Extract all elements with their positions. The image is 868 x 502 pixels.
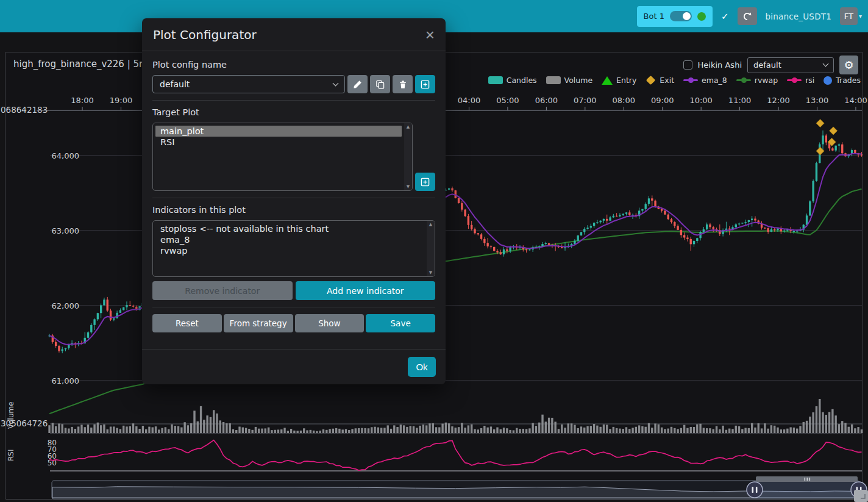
modal-header: Plot Configurator × bbox=[142, 18, 446, 51]
exit-swatch-icon bbox=[646, 76, 656, 85]
ok-button[interactable]: Ok bbox=[408, 357, 436, 377]
modal-body: Plot config name default bbox=[142, 51, 446, 349]
chart-pair-title: high_frog_binance_v226 | 5m bbox=[13, 59, 148, 70]
legend-label: Trades bbox=[836, 76, 861, 85]
avatar[interactable]: FT bbox=[840, 7, 858, 25]
legend-item-Candles[interactable]: Candles bbox=[488, 76, 537, 85]
rvwap-swatch-icon bbox=[736, 79, 751, 81]
list-item[interactable]: RSI bbox=[155, 137, 402, 148]
pencil-icon bbox=[353, 80, 362, 89]
bot-name: Bot 1 bbox=[644, 12, 664, 21]
config-name-row: default bbox=[152, 75, 435, 93]
target-plot-row: main_plot RSI ▲ ▼ bbox=[152, 123, 435, 191]
legend-label: Entry bbox=[616, 76, 636, 85]
plot-settings-button[interactable]: ⚙ bbox=[839, 56, 858, 74]
candles-swatch-icon bbox=[488, 76, 503, 84]
remove-indicator-button[interactable]: Remove indicator bbox=[152, 281, 293, 300]
divider bbox=[152, 100, 435, 101]
bot-online-dot bbox=[697, 12, 706, 21]
plus-square-icon bbox=[421, 177, 430, 187]
delete-config-button[interactable] bbox=[393, 75, 413, 93]
list-item[interactable]: rvwap bbox=[155, 245, 424, 256]
show-button[interactable]: Show bbox=[295, 314, 365, 332]
modal-title: Plot Configurator bbox=[153, 27, 257, 42]
legend-label: rsi bbox=[805, 76, 814, 85]
legend-label: rvwap bbox=[755, 76, 778, 85]
legend-item-rsi[interactable]: rsi bbox=[787, 76, 814, 85]
scroll-up-icon[interactable]: ▲ bbox=[429, 222, 432, 227]
reset-button[interactable]: Reset bbox=[152, 314, 222, 332]
save-button[interactable]: Save bbox=[366, 314, 435, 332]
legend-item-ema_8[interactable]: ema_8 bbox=[683, 76, 727, 85]
legend-label: Exit bbox=[660, 76, 674, 85]
scroll-up-icon[interactable]: ▲ bbox=[407, 124, 410, 129]
plot-configurator-modal: Plot Configurator × Plot config name def… bbox=[142, 18, 446, 384]
copy-icon bbox=[375, 80, 385, 89]
list-item[interactable]: main_plot bbox=[155, 126, 402, 137]
plot-config-select[interactable]: default bbox=[747, 57, 834, 73]
add-new-indicator-button[interactable]: Add new indicator bbox=[296, 281, 436, 300]
add-config-button[interactable] bbox=[415, 75, 435, 93]
rename-config-button[interactable] bbox=[347, 75, 368, 93]
legend-item-Exit[interactable]: Exit bbox=[646, 76, 674, 85]
indicator-actions-row: Remove indicator Add new indicator bbox=[152, 281, 435, 300]
ema_8-swatch-icon bbox=[683, 79, 698, 81]
heikin-ashi-checkbox[interactable] bbox=[683, 60, 692, 70]
rsi-swatch-icon bbox=[787, 79, 802, 81]
volume-swatch-icon bbox=[546, 76, 561, 84]
toggle-knob bbox=[683, 12, 691, 20]
pair-label[interactable]: binance_USDT1 bbox=[766, 12, 831, 21]
scroll-down-icon[interactable]: ▼ bbox=[429, 270, 432, 275]
from-strategy-button[interactable]: From strategy bbox=[224, 314, 293, 332]
config-name-value: default bbox=[160, 79, 190, 89]
scroll-down-icon[interactable]: ▼ bbox=[407, 184, 410, 189]
legend-item-rvwap[interactable]: rvwap bbox=[736, 76, 778, 85]
legend-item-Entry[interactable]: Entry bbox=[602, 76, 636, 85]
target-plot-label: Target Plot bbox=[152, 107, 435, 117]
trash-icon bbox=[399, 80, 407, 89]
entry-swatch-icon bbox=[602, 76, 613, 85]
legend-label: Volume bbox=[564, 76, 593, 85]
scrollbar[interactable]: ▲ ▼ bbox=[427, 221, 435, 276]
scrollbar[interactable]: ▲ ▼ bbox=[404, 123, 412, 190]
bot-selector[interactable]: Bot 1 bbox=[637, 6, 713, 27]
heikin-ashi-label: Heikin Ashi bbox=[698, 60, 742, 70]
plus-square-icon bbox=[421, 80, 430, 89]
divider bbox=[152, 307, 435, 307]
avatar-caret-icon: ▾ bbox=[859, 13, 862, 20]
refresh-button[interactable] bbox=[738, 7, 757, 25]
trades-swatch-icon bbox=[824, 76, 832, 85]
add-plot-button[interactable] bbox=[415, 173, 435, 191]
indicators-label: Indicators in this plot bbox=[152, 205, 435, 215]
legend-label: Candles bbox=[507, 76, 537, 85]
plot-config-selected: default bbox=[753, 60, 781, 70]
legend-item-Volume[interactable]: Volume bbox=[546, 76, 593, 85]
chart-controls: Heikin Ashi default ⚙ bbox=[683, 56, 858, 74]
list-item[interactable]: ema_8 bbox=[155, 234, 424, 245]
plot-config-name-label: Plot config name bbox=[152, 60, 435, 70]
check-icon: ✓ bbox=[721, 11, 729, 22]
target-plot-listbox[interactable]: main_plot RSI ▲ ▼ bbox=[152, 123, 413, 191]
indicators-listbox[interactable]: stoploss <-- not available in this chart… bbox=[152, 220, 435, 277]
close-icon[interactable]: × bbox=[425, 29, 435, 41]
duplicate-config-button[interactable] bbox=[370, 75, 390, 93]
config-actions-row: Reset From strategy Show Save bbox=[152, 314, 435, 332]
refresh-icon bbox=[742, 12, 752, 21]
add-plot-col bbox=[415, 123, 435, 191]
bot-toggle[interactable] bbox=[670, 11, 692, 21]
chart-legend: CandlesVolumeEntryExitema_8rvwaprsiTrade… bbox=[488, 76, 861, 85]
chevron-down-icon bbox=[823, 61, 829, 67]
list-item[interactable]: stoploss <-- not available in this chart bbox=[155, 223, 424, 234]
chevron-down-icon bbox=[333, 80, 339, 86]
legend-label: ema_8 bbox=[702, 76, 727, 85]
divider bbox=[152, 198, 435, 198]
legend-item-Trades[interactable]: Trades bbox=[824, 76, 861, 85]
config-name-select[interactable]: default bbox=[152, 75, 345, 93]
modal-footer: Ok bbox=[142, 349, 446, 384]
